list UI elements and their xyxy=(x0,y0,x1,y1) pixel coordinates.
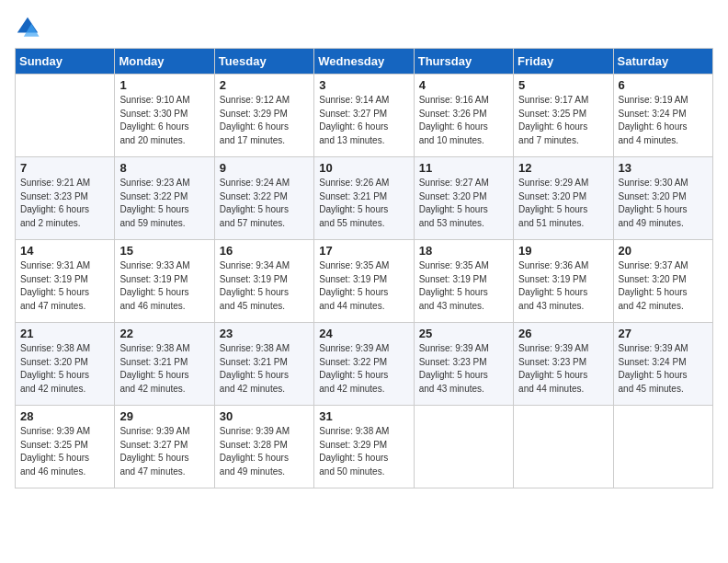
day-number: 22 xyxy=(119,327,209,340)
day-info: Sunrise: 9:17 AMSunset: 3:25 PMDaylight:… xyxy=(518,94,608,147)
day-number: 9 xyxy=(220,161,309,175)
day-info: Sunrise: 9:27 AMSunset: 3:20 PMDaylight:… xyxy=(419,177,508,230)
day-cell xyxy=(414,406,513,488)
day-info: Sunrise: 9:10 AMSunset: 3:30 PMDaylight:… xyxy=(119,94,209,147)
day-cell: 10Sunrise: 9:26 AMSunset: 3:21 PMDayligh… xyxy=(314,157,414,240)
day-info: Sunrise: 9:30 AMSunset: 3:20 PMDaylight:… xyxy=(619,177,708,230)
day-number: 2 xyxy=(220,78,309,92)
day-cell: 25Sunrise: 9:39 AMSunset: 3:23 PMDayligh… xyxy=(414,323,513,406)
day-info: Sunrise: 9:38 AMSunset: 3:29 PMDaylight:… xyxy=(319,425,408,478)
day-cell: 26Sunrise: 9:39 AMSunset: 3:23 PMDayligh… xyxy=(514,323,613,406)
day-info: Sunrise: 9:19 AMSunset: 3:24 PMDaylight:… xyxy=(619,94,708,147)
day-cell: 2Sunrise: 9:12 AMSunset: 3:29 PMDaylight… xyxy=(214,75,313,157)
day-number: 17 xyxy=(319,244,408,258)
day-cell: 28Sunrise: 9:39 AMSunset: 3:25 PMDayligh… xyxy=(16,406,115,488)
weekday-header-saturday: Saturday xyxy=(613,49,712,75)
day-cell: 31Sunrise: 9:38 AMSunset: 3:29 PMDayligh… xyxy=(314,406,414,488)
day-number: 26 xyxy=(518,327,608,340)
day-cell: 21Sunrise: 9:38 AMSunset: 3:20 PMDayligh… xyxy=(16,323,115,406)
day-cell: 27Sunrise: 9:39 AMSunset: 3:24 PMDayligh… xyxy=(613,323,712,406)
day-cell: 3Sunrise: 9:14 AMSunset: 3:27 PMDaylight… xyxy=(314,75,414,157)
day-number: 13 xyxy=(619,161,708,175)
day-info: Sunrise: 9:39 AMSunset: 3:23 PMDaylight:… xyxy=(419,342,508,396)
day-cell: 9Sunrise: 9:24 AMSunset: 3:22 PMDaylight… xyxy=(214,157,313,240)
day-cell: 30Sunrise: 9:39 AMSunset: 3:28 PMDayligh… xyxy=(214,406,313,488)
day-number: 4 xyxy=(419,78,508,92)
weekday-header-thursday: Thursday xyxy=(414,49,513,75)
day-number: 14 xyxy=(20,244,109,258)
calendar-table: SundayMondayTuesdayWednesdayThursdayFrid… xyxy=(15,48,713,488)
day-cell: 4Sunrise: 9:16 AMSunset: 3:26 PMDaylight… xyxy=(414,75,513,157)
day-info: Sunrise: 9:39 AMSunset: 3:25 PMDaylight:… xyxy=(20,425,109,478)
header xyxy=(15,15,713,40)
weekday-header-row: SundayMondayTuesdayWednesdayThursdayFrid… xyxy=(16,49,713,75)
day-info: Sunrise: 9:34 AMSunset: 3:19 PMDaylight:… xyxy=(220,259,309,313)
day-info: Sunrise: 9:12 AMSunset: 3:29 PMDaylight:… xyxy=(220,94,309,147)
day-cell: 11Sunrise: 9:27 AMSunset: 3:20 PMDayligh… xyxy=(414,157,513,240)
day-number: 27 xyxy=(619,327,708,340)
day-number: 19 xyxy=(518,244,608,258)
day-number: 29 xyxy=(119,409,209,423)
day-info: Sunrise: 9:39 AMSunset: 3:27 PMDaylight:… xyxy=(119,425,209,478)
day-number: 24 xyxy=(319,327,408,340)
day-info: Sunrise: 9:36 AMSunset: 3:19 PMDaylight:… xyxy=(518,259,608,313)
day-info: Sunrise: 9:35 AMSunset: 3:19 PMDaylight:… xyxy=(319,259,408,313)
day-info: Sunrise: 9:16 AMSunset: 3:26 PMDaylight:… xyxy=(419,94,508,147)
weekday-header-monday: Monday xyxy=(115,49,214,75)
day-info: Sunrise: 9:37 AMSunset: 3:20 PMDaylight:… xyxy=(619,259,708,313)
day-info: Sunrise: 9:39 AMSunset: 3:24 PMDaylight:… xyxy=(619,342,708,396)
day-cell xyxy=(514,406,613,488)
day-info: Sunrise: 9:35 AMSunset: 3:19 PMDaylight:… xyxy=(419,259,508,313)
day-cell xyxy=(613,406,712,488)
day-info: Sunrise: 9:38 AMSunset: 3:21 PMDaylight:… xyxy=(220,342,309,396)
weekday-header-friday: Friday xyxy=(514,49,613,75)
day-cell: 24Sunrise: 9:39 AMSunset: 3:22 PMDayligh… xyxy=(314,323,414,406)
day-cell: 15Sunrise: 9:33 AMSunset: 3:19 PMDayligh… xyxy=(115,240,214,323)
week-row-4: 28Sunrise: 9:39 AMSunset: 3:25 PMDayligh… xyxy=(16,406,713,488)
day-cell: 1Sunrise: 9:10 AMSunset: 3:30 PMDaylight… xyxy=(115,75,214,157)
day-number: 7 xyxy=(20,161,109,175)
day-number: 31 xyxy=(319,409,408,423)
day-number: 5 xyxy=(518,78,608,92)
day-cell: 8Sunrise: 9:23 AMSunset: 3:22 PMDaylight… xyxy=(115,157,214,240)
day-number: 10 xyxy=(319,161,408,175)
day-info: Sunrise: 9:23 AMSunset: 3:22 PMDaylight:… xyxy=(119,177,209,230)
day-cell: 23Sunrise: 9:38 AMSunset: 3:21 PMDayligh… xyxy=(214,323,313,406)
weekday-header-tuesday: Tuesday xyxy=(214,49,313,75)
day-info: Sunrise: 9:24 AMSunset: 3:22 PMDaylight:… xyxy=(220,177,309,230)
day-info: Sunrise: 9:21 AMSunset: 3:23 PMDaylight:… xyxy=(20,177,109,230)
day-number: 3 xyxy=(319,78,408,92)
week-row-3: 21Sunrise: 9:38 AMSunset: 3:20 PMDayligh… xyxy=(16,323,713,406)
day-cell: 5Sunrise: 9:17 AMSunset: 3:25 PMDaylight… xyxy=(514,75,613,157)
day-cell: 17Sunrise: 9:35 AMSunset: 3:19 PMDayligh… xyxy=(314,240,414,323)
weekday-header-sunday: Sunday xyxy=(16,49,115,75)
day-number: 23 xyxy=(220,327,309,340)
day-number: 12 xyxy=(518,161,608,175)
day-number: 16 xyxy=(220,244,309,258)
day-info: Sunrise: 9:38 AMSunset: 3:20 PMDaylight:… xyxy=(20,342,109,396)
day-info: Sunrise: 9:39 AMSunset: 3:22 PMDaylight:… xyxy=(319,342,408,396)
day-info: Sunrise: 9:14 AMSunset: 3:27 PMDaylight:… xyxy=(319,94,408,147)
day-info: Sunrise: 9:38 AMSunset: 3:21 PMDaylight:… xyxy=(119,342,209,396)
day-cell: 14Sunrise: 9:31 AMSunset: 3:19 PMDayligh… xyxy=(16,240,115,323)
day-cell: 19Sunrise: 9:36 AMSunset: 3:19 PMDayligh… xyxy=(514,240,613,323)
day-number: 8 xyxy=(119,161,209,175)
day-cell: 29Sunrise: 9:39 AMSunset: 3:27 PMDayligh… xyxy=(115,406,214,488)
day-info: Sunrise: 9:29 AMSunset: 3:20 PMDaylight:… xyxy=(518,177,608,230)
day-cell: 18Sunrise: 9:35 AMSunset: 3:19 PMDayligh… xyxy=(414,240,513,323)
day-cell: 6Sunrise: 9:19 AMSunset: 3:24 PMDaylight… xyxy=(613,75,712,157)
day-number: 6 xyxy=(619,78,708,92)
day-number: 28 xyxy=(20,409,109,423)
day-cell: 16Sunrise: 9:34 AMSunset: 3:19 PMDayligh… xyxy=(214,240,313,323)
day-number: 1 xyxy=(119,78,209,92)
day-number: 30 xyxy=(220,409,309,423)
day-number: 18 xyxy=(419,244,508,258)
day-cell xyxy=(16,75,115,157)
day-number: 21 xyxy=(20,327,109,340)
day-cell: 20Sunrise: 9:37 AMSunset: 3:20 PMDayligh… xyxy=(613,240,712,323)
day-cell: 13Sunrise: 9:30 AMSunset: 3:20 PMDayligh… xyxy=(613,157,712,240)
day-number: 15 xyxy=(119,244,209,258)
day-info: Sunrise: 9:31 AMSunset: 3:19 PMDaylight:… xyxy=(20,259,109,313)
day-info: Sunrise: 9:26 AMSunset: 3:21 PMDaylight:… xyxy=(319,177,408,230)
weekday-header-wednesday: Wednesday xyxy=(314,49,414,75)
